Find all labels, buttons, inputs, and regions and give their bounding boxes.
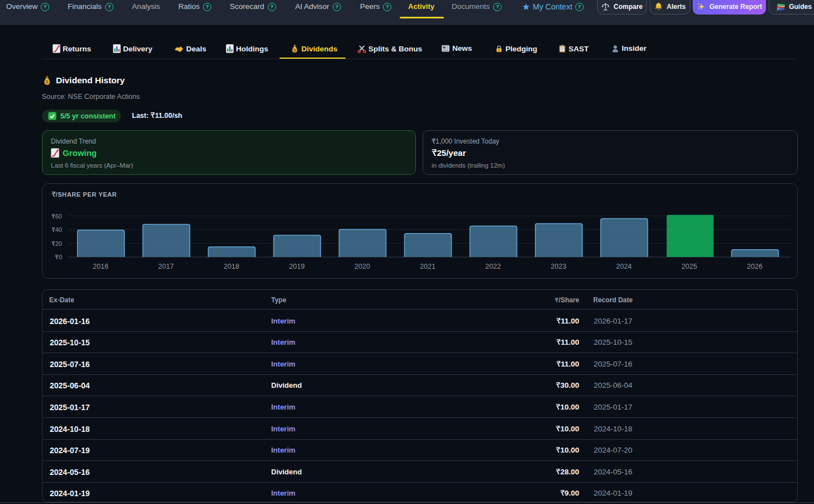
svg-text:2025: 2025 (682, 263, 697, 270)
svg-text:2024: 2024 (616, 263, 632, 270)
svg-text:2017: 2017 (158, 263, 174, 270)
svg-text:2020: 2020 (354, 263, 370, 270)
svg-text:2018: 2018 (224, 263, 239, 270)
svg-text:2021: 2021 (420, 263, 436, 270)
svg-text:2019: 2019 (289, 263, 305, 270)
svg-text:2022: 2022 (485, 263, 501, 270)
svg-text:2026: 2026 (747, 263, 763, 270)
svg-text:2023: 2023 (551, 263, 566, 270)
svg-text:2016: 2016 (93, 263, 108, 270)
